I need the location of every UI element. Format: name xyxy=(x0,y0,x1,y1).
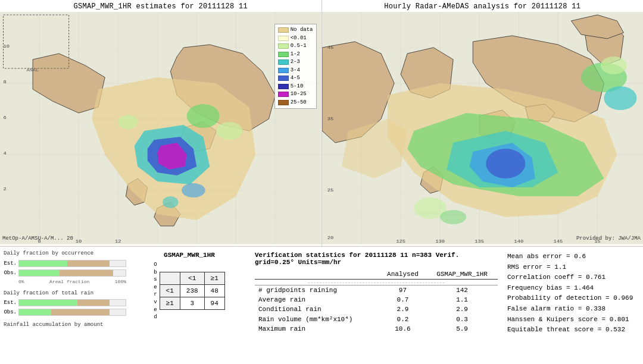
contingency-title: GSMAP_MWR_1HR xyxy=(164,252,215,259)
right-map-content: 45 35 25 20 125 130 135 140 145 15 Provi… xyxy=(322,12,644,244)
legend-color-25-50 xyxy=(278,100,289,105)
left-map-bottom-label: MetOp-A/AMSU-A/M... 20 xyxy=(2,236,73,241)
rms-error: RMS error = 1.1 xyxy=(507,262,637,273)
false-alarm-ratio: False alarm ratio = 0.338 xyxy=(507,304,637,315)
verif-row-1: Average rain 0.7 1.1 xyxy=(255,295,498,305)
bar-green-est-2 xyxy=(19,300,77,306)
verif-label-4: Maximum rain xyxy=(255,324,379,334)
est-label-2: Est. xyxy=(4,300,17,306)
legend-color-1-2 xyxy=(278,52,289,57)
svg-point-65 xyxy=(486,149,525,178)
contingency-wrapper: Observed <1 ≥1 <1 238 48 ≥1 3 xyxy=(154,261,225,321)
contingency-val-94: 94 xyxy=(204,297,224,310)
svg-point-70 xyxy=(440,210,466,224)
contingency-val-3: 3 xyxy=(180,297,204,310)
bar-axis-1: 0% Areal fraction 100% xyxy=(4,279,126,284)
correlation-coeff: Correlation coeff = 0.761 xyxy=(507,272,637,283)
svg-text:4: 4 xyxy=(4,150,7,156)
bar-est-1 xyxy=(18,260,126,267)
verif-row-0: # gridpoints raining 97 142 xyxy=(255,285,498,296)
bar-green-est-1 xyxy=(19,261,67,266)
verif-label-2: Conditional rain xyxy=(255,305,379,314)
obs-label-2: Obs. xyxy=(4,309,17,315)
right-map-bottom-label: Provided by: JWA/JMA xyxy=(576,236,641,241)
svg-text:130: 130 xyxy=(435,239,445,244)
svg-text:35: 35 xyxy=(327,116,333,122)
verif-gsmap-1: 1.1 xyxy=(426,295,498,305)
svg-point-26 xyxy=(182,183,205,197)
verif-col-gsmap: GSMAP_MWR_1HR xyxy=(426,269,498,280)
bar-obs-2 xyxy=(18,309,126,316)
verif-gsmap-0: 142 xyxy=(426,285,498,296)
stats-row: Daily fraction by occurrence Est. Obs. 0… xyxy=(0,247,643,364)
svg-point-24 xyxy=(216,122,242,140)
verif-analysed-0: 97 xyxy=(379,285,426,296)
est-label-1: Est. xyxy=(4,261,17,266)
svg-text:125: 125 xyxy=(396,239,405,244)
legend-nodata: No data xyxy=(278,26,313,34)
contingency-header-empty xyxy=(160,272,180,285)
svg-point-67 xyxy=(604,86,636,110)
svg-text:8: 8 xyxy=(4,79,7,85)
bar-tan-obs-2 xyxy=(51,309,110,315)
contingency-row-ge1: ≥1 xyxy=(160,297,180,310)
verif-divider: ----------------------------------------… xyxy=(255,280,498,285)
legend-color-2-3 xyxy=(278,59,289,65)
main-container: GSMAP_MWR_1HR estimates for 20111128 11 xyxy=(0,0,643,364)
svg-text:145: 145 xyxy=(553,239,563,244)
contingency-row-lt1: <1 xyxy=(160,285,180,297)
legend-25-50: 25-50 xyxy=(278,99,313,107)
svg-point-68 xyxy=(600,57,626,74)
svg-text:2: 2 xyxy=(4,186,7,192)
verif-analysed-2: 2.9 xyxy=(379,305,426,314)
left-map-svg: ANAL 8 10 12 10 8 6 4 2 xyxy=(0,12,322,244)
color-legend: No data <0.01 0.5-1 1-2 xyxy=(274,24,317,109)
left-map-title: GSMAP_MWR_1HR estimates for 20111128 11 xyxy=(0,0,322,12)
legend-color-lt001 xyxy=(278,36,289,41)
verif-col-header-empty xyxy=(255,269,379,280)
verification-panel: Verification statistics for 20111128 11 … xyxy=(251,249,501,362)
chart-title-3: Rainfall accumulation by amount xyxy=(4,322,126,329)
verif-analysed-3: 0.2 xyxy=(379,314,426,324)
svg-text:45: 45 xyxy=(327,45,333,51)
svg-text:12: 12 xyxy=(115,239,121,244)
right-map-title: Hourly Radar-AMeDAS analysis for 2011112… xyxy=(322,0,644,12)
contingency-table: <1 ≥1 <1 238 48 ≥1 3 94 xyxy=(160,272,225,310)
left-map-content: ANAL 8 10 12 10 8 6 4 2 No data xyxy=(0,12,322,244)
bar-tan-obs-1 xyxy=(60,270,113,276)
right-map-panel: Hourly Radar-AMeDAS analysis for 2011112… xyxy=(322,0,644,246)
verif-row-4: Maximum rain 10.6 5.9 xyxy=(255,324,498,334)
verif-gsmap-3: 0.3 xyxy=(426,314,498,324)
chart-title-2: Daily fraction of total rain xyxy=(4,290,126,297)
prob-detection: Probability of detection = 0.969 xyxy=(507,293,637,304)
contingency-panel: GSMAP_MWR_1HR Observed <1 ≥1 <1 238 48 xyxy=(130,249,249,362)
verif-gsmap-4: 5.9 xyxy=(426,324,498,334)
bar-est-2 xyxy=(18,299,126,306)
contingency-header-ge1: ≥1 xyxy=(204,272,224,285)
chart-title-1: Daily fraction by occurrence xyxy=(4,250,126,258)
bar-obs-1 xyxy=(18,269,126,277)
verif-col-analysed: Analysed xyxy=(379,269,426,280)
legend-4-5: 4-5 xyxy=(278,74,313,83)
svg-text:10: 10 xyxy=(4,43,10,49)
legend-5-10: 5-10 xyxy=(278,83,313,91)
verif-table: Analysed GSMAP_MWR_1HR -----------------… xyxy=(255,269,498,334)
svg-text:25: 25 xyxy=(327,187,333,193)
maps-row: GSMAP_MWR_1HR estimates for 20111128 11 xyxy=(0,0,643,247)
bar-row-est-2: Est. xyxy=(4,299,126,306)
legend-color-nodata xyxy=(278,27,289,33)
legend-color-4-5 xyxy=(278,76,289,81)
equitable-threat: Equitable threat score = 0.532 xyxy=(507,325,637,335)
legend-color-3-4 xyxy=(278,68,289,73)
legend-2-3: 2-3 xyxy=(278,58,313,67)
contingency-val-48: 48 xyxy=(204,285,224,297)
verif-label-1: Average rain xyxy=(255,295,379,305)
verif-label-3: Rain volume (mm*km²x10⁴) xyxy=(255,314,379,324)
hanssen-kuipers: Hanssen & Kuipers score = 0.801 xyxy=(507,315,637,325)
verif-gsmap-2: 2.9 xyxy=(426,305,498,314)
right-map-svg: 45 35 25 20 125 130 135 140 145 15 xyxy=(322,12,644,244)
svg-text:135: 135 xyxy=(475,239,484,244)
left-map-panel: GSMAP_MWR_1HR estimates for 20111128 11 xyxy=(0,0,322,246)
mean-abs-error: Mean abs error = 0.6 xyxy=(507,252,637,262)
legend-color-5-10 xyxy=(278,84,289,89)
